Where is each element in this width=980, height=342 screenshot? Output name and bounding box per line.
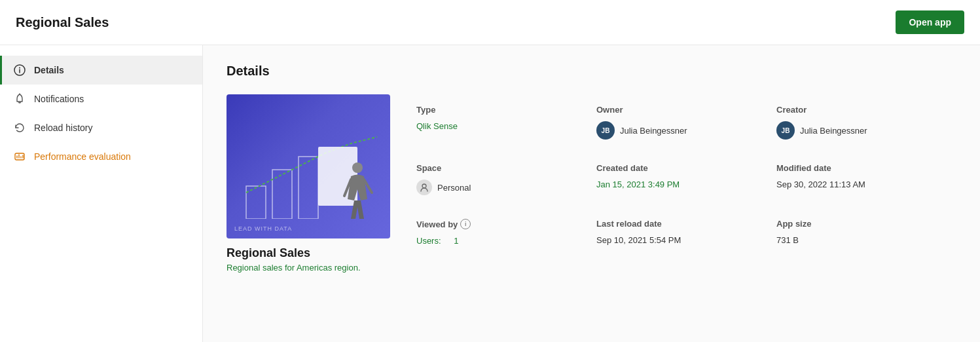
svg-rect-11: [299, 157, 318, 219]
type-value[interactable]: Qlik Sense: [416, 121, 583, 131]
app-description: Regional sales for Americas region.: [227, 263, 390, 273]
sidebar-item-notifications-label: Notifications: [34, 94, 84, 104]
info-icon[interactable]: i: [460, 219, 471, 229]
app-thumbnail-image: LEAD WITH DATA: [227, 94, 390, 238]
creator-value: JB Julia Beingessner: [776, 121, 943, 140]
type-cell: Type Qlik Sense: [416, 94, 596, 153]
svg-point-2: [19, 67, 20, 69]
svg-point-16: [422, 184, 426, 188]
svg-rect-10: [272, 170, 292, 219]
owner-value: JB Julia Beingessner: [596, 121, 763, 140]
sidebar-item-reload-history[interactable]: Reload history: [0, 113, 202, 142]
modified-date-label: Modified date: [776, 163, 943, 173]
gauge-icon: [13, 150, 26, 163]
page-title: Regional Sales: [16, 15, 109, 30]
app-thumbnail-section: LEAD WITH DATA Regional Sales Regional s…: [227, 94, 390, 273]
app-size-cell: App size 731 B: [776, 208, 956, 259]
creator-name[interactable]: Julia Beingessner: [800, 126, 867, 136]
viewed-by-cell: Viewed by i Users: 1: [416, 208, 596, 259]
details-body: LEAD WITH DATA Regional Sales Regional s…: [227, 94, 956, 273]
type-label: Type: [416, 105, 583, 115]
svg-point-13: [352, 162, 363, 173]
space-label: Space: [416, 163, 583, 173]
sidebar-item-reload-history-label: Reload history: [34, 123, 93, 133]
created-date-cell: Created date Jan 15, 2021 3:49 PM: [596, 153, 776, 208]
created-date-label: Created date: [596, 163, 763, 173]
bell-icon: [13, 92, 26, 105]
app-name: Regional Sales: [227, 246, 390, 260]
details-info-grid: Type Qlik Sense Owner JB Julia Beingessn…: [416, 94, 956, 273]
space-cell: Space Personal: [416, 153, 596, 208]
sidebar-item-details-label: Details: [34, 65, 64, 75]
modified-date-cell: Modified date Sep 30, 2022 11:13 AM: [776, 153, 956, 208]
owner-name: Julia Beingessner: [620, 126, 687, 136]
modified-date-value: Sep 30, 2022 11:13 AM: [776, 180, 943, 189]
thumbnail-watermark: LEAD WITH DATA: [234, 225, 292, 232]
app-size-label: App size: [776, 219, 943, 229]
viewed-by-label: Viewed by i: [416, 219, 583, 229]
owner-avatar: JB: [596, 121, 615, 140]
last-reload-value: Sep 10, 2021 5:54 PM: [596, 235, 763, 245]
creator-cell: Creator JB Julia Beingessner: [776, 94, 956, 153]
viewed-by-value: Users: 1: [416, 236, 583, 246]
sidebar-item-notifications[interactable]: Notifications: [0, 85, 202, 113]
creator-label: Creator: [776, 105, 943, 115]
main-content: Details LEAD WITH DATA: [203, 45, 980, 342]
app-size-value: 731 B: [776, 235, 943, 245]
last-reload-label: Last reload date: [596, 219, 763, 229]
space-icon: [416, 180, 432, 195]
history-icon: [13, 121, 26, 134]
creator-avatar: JB: [776, 121, 795, 140]
owner-label: Owner: [596, 105, 763, 115]
open-app-button[interactable]: Open app: [896, 10, 964, 34]
sidebar-item-performance-evaluation[interactable]: Performance evaluation: [0, 142, 202, 171]
space-name: Personal: [437, 183, 471, 193]
space-value: Personal: [416, 180, 583, 195]
svg-rect-9: [246, 186, 266, 219]
section-title: Details: [227, 64, 956, 79]
owner-cell: Owner JB Julia Beingessner: [596, 94, 776, 153]
sidebar: Details Notifications Reload history: [0, 45, 203, 342]
last-reload-cell: Last reload date Sep 10, 2021 5:54 PM: [596, 208, 776, 259]
info-circle-icon: [13, 64, 26, 77]
created-date-value: Jan 15, 2021 3:49 PM: [596, 180, 763, 189]
sidebar-item-details[interactable]: Details: [0, 56, 202, 85]
sidebar-item-performance-label: Performance evaluation: [34, 151, 131, 162]
